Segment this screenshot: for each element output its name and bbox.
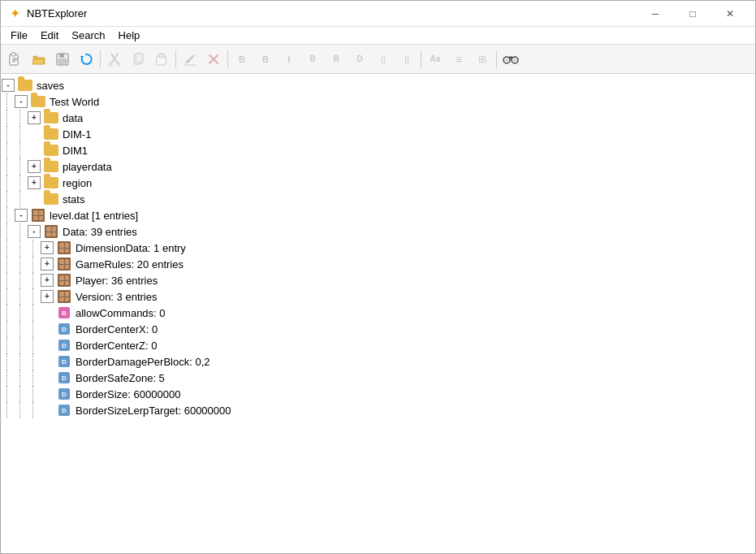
add-byte-tag-button[interactable]: B [231,48,253,71]
tree-row[interactable]: - saves [1,77,755,93]
add-float-tag-button[interactable]: B [325,48,348,71]
add-compound-tag-button[interactable]: {} [372,48,395,71]
nbt-icon [56,241,72,254]
tree-row[interactable]: D BorderDamagePerBlock: 0,2 [1,353,755,370]
nbt-icon [43,225,59,238]
open-file-button[interactable] [4,48,27,71]
tree-row[interactable]: D BorderCenterZ: 0 [1,337,755,353]
expander-game-rules[interactable]: + [41,258,54,271]
cut-button[interactable] [103,48,126,71]
expander-version[interactable]: + [41,290,54,303]
node-label-saves: saves [35,80,64,92]
node-label-data: data [61,112,83,124]
node-label-region: region [61,177,92,189]
add-double-tag-button[interactable]: D [348,48,371,71]
paste-button[interactable] [150,48,173,71]
copy-button[interactable] [127,48,149,71]
node-label-border-damage-per-block: BorderDamagePerBlock: 0,2 [74,356,210,368]
expander-data-compound[interactable]: - [28,225,41,238]
tree-indent: + [1,175,41,191]
expander-level-dat[interactable]: - [15,209,28,222]
tree-row[interactable]: + Player: 36 entries [1,272,755,288]
close-button[interactable]: ✕ [711,1,749,27]
expander-saves[interactable]: - [2,79,15,92]
menu-edit[interactable]: Edit [34,28,65,43]
add-long-tag-button[interactable]: B [301,48,324,71]
search-toolbar-button[interactable] [499,48,522,71]
window-title: NBTExplorer [27,7,637,19]
node-label-level-dat: level.dat [1 entries] [48,210,138,222]
tree-row[interactable]: + region [1,175,755,191]
edit-button[interactable] [179,48,201,71]
title-bar: ✦ NBTExplorer ─ □ ✕ [1,1,755,27]
tree-row[interactable]: + GameRules: 20 entries [1,256,755,272]
tree-row[interactable]: - Data: 39 entries [1,223,755,240]
tree-row[interactable]: + playerdata [1,158,755,175]
node-label-game-rules: GameRules: 20 entries [74,258,184,271]
folder-icon [43,128,59,141]
add-int-tag-button[interactable]: I [278,48,300,71]
refresh-button[interactable] [75,48,97,71]
sort-button[interactable]: ≡ [447,48,470,71]
node-label-border-size: BorderSize: 60000000 [74,388,180,400]
tree-indent [1,402,54,418]
expander-dimension-data[interactable]: + [41,241,54,254]
svg-rect-1 [11,53,15,56]
tree-indent: + [1,110,41,126]
tree-panel[interactable]: - saves - Test World [1,74,755,553]
tree-indent [1,370,54,386]
delete-button[interactable] [202,48,225,71]
node-label-border-safe-zone: BorderSafeZone: 5 [74,372,165,384]
open-folder-icon [32,52,46,67]
tree-row[interactable]: DIM-1 [1,126,755,142]
nbt-icon [56,274,72,287]
tree-row[interactable]: D BorderSafeZone: 5 [1,370,755,386]
expander-player[interactable]: + [41,274,54,287]
node-label-version: Version: 3 entries [74,291,157,303]
svg-marker-8 [80,56,84,59]
tree-row[interactable]: + DimensionData: 1 entry [1,240,755,256]
menu-file[interactable]: File [4,28,34,43]
tree-row[interactable]: D BorderCenterX: 0 [1,321,755,337]
tree-indent: - [1,93,28,110]
node-label-dim1: DIM1 [61,145,88,157]
tree-row[interactable]: + data [1,110,755,126]
tree-row[interactable]: B allowCommands: 0 [1,305,755,321]
tree-row[interactable]: - Test World [1,93,755,110]
tree-row[interactable]: D BorderSizeLerpTarget: 60000000 [1,402,755,418]
menu-help[interactable]: Help [112,28,147,43]
expander-playerdata[interactable]: + [28,160,41,173]
expander-data[interactable]: + [28,111,41,124]
byte-tag-icon: B [56,306,72,319]
save-button[interactable] [51,48,74,71]
folder-icon [43,111,59,124]
expander-region[interactable]: + [28,176,41,189]
toolbar-separator-1 [100,50,101,68]
tree-indent [1,353,54,370]
copy-icon [131,52,145,67]
open-folder-button[interactable] [28,48,50,71]
folder-icon [43,144,59,157]
node-label-dim-1: DIM-1 [61,128,91,141]
tree-indent [1,126,41,142]
tree-indent: + [1,288,54,305]
expander-test-world[interactable]: - [15,95,28,108]
tree-row[interactable]: D BorderSize: 60000000 [1,386,755,402]
tree-row[interactable]: - level.dat [1 entries] [1,207,755,223]
tree-row[interactable]: stats [1,191,755,207]
paste-icon [154,52,169,67]
folder-icon [43,193,59,206]
add-list-tag-button[interactable]: [] [395,48,418,71]
node-label-border-center-z: BorderCenterZ: 0 [74,340,157,352]
menu-search[interactable]: Search [65,28,111,43]
tree-indent [1,305,54,321]
rename-button[interactable]: Aa [424,48,447,71]
tree-row[interactable]: DIM1 [1,142,755,158]
export-button[interactable]: ⊞ [471,48,494,71]
tree-row[interactable]: + Version: 3 entries [1,288,755,305]
tree-indent [1,386,54,402]
cut-icon [107,52,122,67]
maximize-button[interactable]: □ [674,1,711,27]
add-short-tag-button[interactable]: B [254,48,277,71]
minimize-button[interactable]: ─ [637,1,674,27]
